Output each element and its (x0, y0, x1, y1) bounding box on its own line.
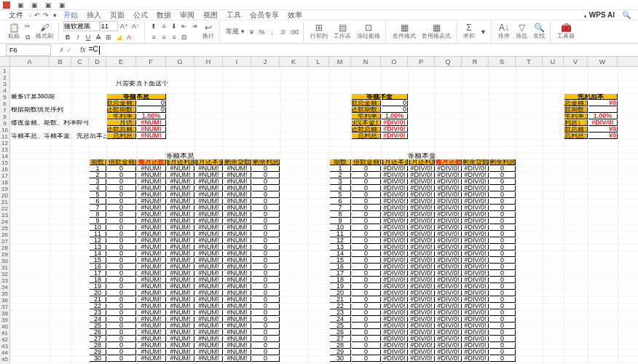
cell[interactable]: #NUM! (136, 296, 166, 303)
cell[interactable]: 0 (106, 211, 136, 218)
cell[interactable]: #DIV/0! (408, 165, 435, 172)
cell[interactable]: 0 (106, 296, 136, 303)
row-header[interactable]: 27 (0, 237, 10, 244)
cell[interactable]: #DIV/0! (462, 237, 489, 244)
cell[interactable]: 20 (89, 290, 106, 296)
cell[interactable]: 0 (351, 303, 381, 309)
cell[interactable]: 0 (489, 165, 516, 172)
cell[interactable]: 19 (329, 283, 351, 290)
cell[interactable]: #NUM! (136, 257, 166, 264)
menu-tools[interactable]: 工具 (222, 10, 245, 20)
percent-button[interactable]: % (258, 27, 267, 37)
cell[interactable]: #DIV/0! (381, 349, 408, 355)
cell[interactable]: #DIV/0! (462, 218, 489, 224)
cell[interactable]: #NUM! (223, 198, 251, 205)
cell[interactable]: #NUM! (194, 198, 223, 205)
cell[interactable]: #DIV/0! (435, 191, 462, 198)
cell[interactable]: #DIV/0! (381, 270, 408, 277)
cell[interactable]: #NUM! (194, 316, 223, 323)
cell[interactable]: #NUM! (166, 355, 194, 362)
cell[interactable]: #NUM! (223, 185, 251, 191)
doc-tab[interactable]: ▣ (28, 1, 41, 9)
col-header[interactable]: L (308, 57, 329, 66)
cell[interactable]: 等额本金 (381, 152, 462, 159)
cell[interactable]: 0 (106, 257, 136, 264)
cell[interactable]: 0 (251, 165, 280, 172)
cell[interactable]: #NUM! (223, 264, 251, 270)
cell[interactable]: 月供: (106, 119, 136, 126)
fill-button[interactable]: ▼ (478, 27, 488, 37)
cell[interactable]: #DIV/0! (408, 257, 435, 264)
cell[interactable]: 0 (106, 244, 136, 250)
cell[interactable]: 还款期数: (106, 106, 136, 113)
cell[interactable]: 0 (106, 165, 136, 172)
sum-button[interactable]: Σ求和 (461, 23, 477, 40)
cell[interactable]: #DIV/0! (408, 264, 435, 270)
row-header[interactable]: 33 (0, 277, 10, 283)
cell[interactable]: 0 (351, 342, 381, 349)
cell[interactable]: #NUM! (166, 290, 194, 296)
size-select[interactable] (101, 21, 118, 31)
cell[interactable]: #DIV/0! (408, 205, 435, 211)
cell[interactable]: 总利息: (351, 132, 381, 139)
cell[interactable]: 10 (89, 224, 106, 231)
cell[interactable]: 0 (351, 165, 381, 172)
cell[interactable]: 0 (251, 211, 280, 218)
cell[interactable]: #DIV/0! (462, 309, 489, 316)
cell[interactable]: #DIV/0! (435, 296, 462, 303)
row-header[interactable]: 37 (0, 303, 10, 309)
cell[interactable]: 还款期数: (351, 106, 381, 113)
row-header[interactable]: 29 (0, 250, 10, 257)
cell[interactable]: #NUM! (136, 231, 166, 237)
align-mid[interactable]: ≡ (160, 21, 168, 31)
col-header[interactable]: V (564, 57, 588, 66)
cell[interactable]: 0 (489, 355, 516, 362)
row-header[interactable]: 25 (0, 224, 10, 231)
cell[interactable]: 每月还本金 (381, 159, 408, 165)
cell[interactable]: 贷款总金额: (564, 100, 588, 106)
cell[interactable]: #NUM! (166, 198, 194, 205)
cell[interactable]: #DIV/0! (408, 231, 435, 237)
italic-button[interactable]: I (74, 32, 82, 42)
cell[interactable]: 0 (351, 185, 381, 191)
cell[interactable]: #NUM! (166, 172, 194, 178)
cell[interactable]: 24 (89, 316, 106, 323)
cell[interactable]: #DIV/0! (462, 283, 489, 290)
cell[interactable]: 月还（利息）: (564, 119, 588, 126)
cell[interactable]: #DIV/0! (381, 198, 408, 205)
cell[interactable]: 2 (329, 172, 351, 178)
cell[interactable]: #NUM! (223, 283, 251, 290)
cell[interactable]: #DIV/0! (381, 283, 408, 290)
cell[interactable]: 等额本息、等额本金、先息后本三合一 (10, 132, 106, 139)
qat-redo[interactable]: ↷ (42, 10, 50, 20)
cell[interactable]: #NUM! (194, 172, 223, 178)
align-left[interactable]: ≡ (149, 32, 158, 42)
cell[interactable]: #NUM! (136, 198, 166, 205)
cell[interactable]: 0 (351, 211, 381, 218)
cell[interactable]: #DIV/0! (462, 296, 489, 303)
cell[interactable]: #NUM! (166, 165, 194, 172)
row-header[interactable]: 5 (0, 93, 10, 100)
cell[interactable]: 0 (489, 205, 516, 211)
row-header[interactable]: 43 (0, 342, 10, 349)
cell[interactable]: #DIV/0! (408, 309, 435, 316)
cell[interactable]: #DIV/0! (381, 218, 408, 224)
cell[interactable]: #DIV/0! (435, 264, 462, 270)
cell[interactable]: #NUM! (194, 224, 223, 231)
underline-button[interactable]: U (84, 32, 92, 42)
col-header[interactable]: T (516, 57, 543, 66)
cell[interactable]: #NUM! (136, 303, 166, 309)
cell[interactable]: #DIV/0! (462, 316, 489, 323)
col-header[interactable]: J (251, 57, 280, 66)
cell[interactable]: #NUM! (136, 270, 166, 277)
cell[interactable]: #DIV/0! (381, 132, 408, 139)
cell[interactable]: #NUM! (136, 172, 166, 178)
cell[interactable]: #DIV/0! (381, 316, 408, 323)
cell[interactable]: #DIV/0! (381, 205, 408, 211)
cell[interactable]: #DIV/0! (462, 329, 489, 336)
cell[interactable]: 0 (106, 218, 136, 224)
cell[interactable]: #NUM! (136, 277, 166, 283)
row-header[interactable]: 41 (0, 329, 10, 336)
cell[interactable]: 年利率: (351, 113, 381, 119)
col-header[interactable]: I (223, 57, 251, 66)
